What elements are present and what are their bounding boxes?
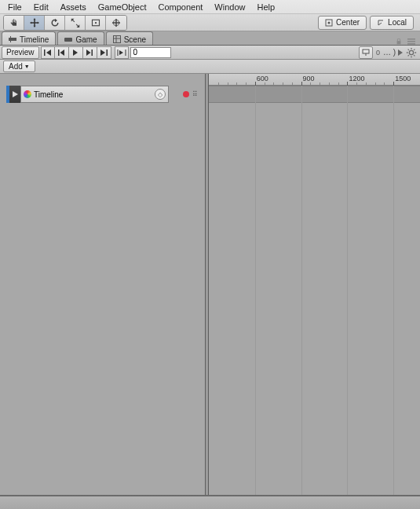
prev-frame-icon	[58, 49, 64, 56]
track-list-panel: ◇ ⠿	[0, 74, 206, 495]
frame-input[interactable]	[130, 47, 171, 58]
transform-icon	[111, 18, 121, 27]
menu-item-window[interactable]: Window	[210, 1, 250, 13]
track-name-input[interactable]	[34, 90, 152, 99]
svg-rect-5	[9, 38, 16, 41]
goto-start-button[interactable]	[41, 46, 55, 59]
animation-icon	[24, 90, 31, 98]
next-frame-icon	[86, 49, 93, 56]
add-track-button[interactable]: Add▼	[3, 60, 35, 72]
svg-rect-10	[407, 43, 415, 45]
track-foldout-button[interactable]	[9, 86, 20, 103]
move-icon	[30, 18, 39, 27]
play-button[interactable]	[69, 46, 83, 59]
center-icon	[325, 19, 333, 27]
chevron-right-icon	[398, 49, 403, 56]
lock-icon[interactable]	[395, 38, 403, 45]
play-small-icon	[13, 91, 18, 97]
menu-item-edit[interactable]: Edit	[29, 1, 53, 13]
timeline-icon	[9, 35, 16, 43]
marker-toggle-button[interactable]	[359, 46, 373, 59]
record-button[interactable]	[183, 91, 189, 97]
track-options-button[interactable]: ⠿	[192, 90, 199, 98]
space-mode-button[interactable]: Local	[370, 16, 414, 30]
timeline-grid	[209, 86, 420, 495]
transport-bar: Preview 0 … )	[0, 46, 420, 60]
rect-icon	[91, 18, 100, 27]
svg-point-12	[409, 50, 413, 54]
goto-end-icon	[100, 49, 108, 56]
hand-icon	[9, 18, 19, 27]
game-icon	[64, 35, 72, 43]
breadcrumb[interactable]: … )	[383, 48, 403, 57]
time-ruler[interactable]: 60090012001500	[209, 74, 420, 86]
tab-label: Game	[75, 35, 97, 44]
local-icon	[377, 19, 385, 27]
play-range-icon	[117, 49, 126, 56]
menu-item-assets[interactable]: Assets	[56, 1, 91, 13]
marker-count: 0	[376, 49, 380, 57]
transform-tool-button[interactable]	[106, 16, 126, 30]
rotate-tool-button[interactable]	[45, 16, 65, 30]
main-toolbar: Center Local	[0, 14, 420, 31]
pivot-mode-button[interactable]: Center	[318, 16, 367, 30]
goto-end-button[interactable]	[97, 46, 111, 59]
scene-icon	[113, 35, 121, 43]
panel-menu-icon[interactable]	[407, 38, 415, 45]
marker-icon	[362, 49, 370, 57]
menu-bar: File Edit Assets GameObject Component Wi…	[0, 0, 420, 14]
svg-rect-8	[407, 38, 415, 40]
next-frame-button[interactable]	[83, 46, 97, 59]
settings-button[interactable]	[406, 47, 417, 58]
track-body: ◇	[20, 86, 169, 103]
tab-label: Scene	[124, 35, 146, 44]
scale-icon	[71, 18, 80, 27]
tab-game[interactable]: Game	[57, 31, 104, 45]
menu-item-file[interactable]: File	[3, 1, 27, 13]
status-bar	[0, 495, 420, 509]
move-tool-button[interactable]	[24, 16, 45, 30]
menu-item-help[interactable]: Help	[252, 1, 279, 13]
svg-rect-7	[397, 41, 401, 44]
rotate-icon	[50, 18, 60, 27]
track-add-row: Add▼	[0, 60, 420, 74]
window-tabs: Timeline Game Scene	[0, 31, 420, 46]
timeline-area[interactable]: 60090012001500	[209, 74, 420, 495]
pivot-mode-label: Center	[336, 18, 360, 27]
hand-tool-button[interactable]	[4, 16, 24, 30]
goto-start-icon	[44, 49, 52, 56]
svg-point-4	[328, 21, 331, 24]
play-icon	[72, 49, 79, 56]
menu-item-gameobject[interactable]: GameObject	[93, 1, 152, 13]
menu-item-component[interactable]: Component	[153, 1, 207, 13]
svg-rect-11	[363, 49, 369, 53]
svg-rect-6	[10, 36, 11, 42]
track-header[interactable]: ◇ ⠿	[6, 86, 202, 103]
scale-tool-button[interactable]	[65, 16, 86, 30]
svg-point-1	[94, 21, 96, 23]
prev-frame-button[interactable]	[55, 46, 69, 59]
timeline-main: ◇ ⠿ 60090012001500	[0, 74, 420, 495]
rect-tool-button[interactable]	[86, 16, 106, 30]
svg-rect-9	[407, 41, 415, 42]
track-marker-button[interactable]: ◇	[155, 89, 166, 100]
space-mode-label: Local	[388, 18, 407, 27]
tab-scene[interactable]: Scene	[106, 31, 153, 45]
transform-tool-group	[3, 15, 127, 31]
play-range-button[interactable]	[115, 46, 129, 59]
tab-label: Timeline	[20, 35, 49, 44]
preview-button[interactable]: Preview	[2, 46, 39, 59]
tab-timeline[interactable]: Timeline	[2, 31, 56, 45]
